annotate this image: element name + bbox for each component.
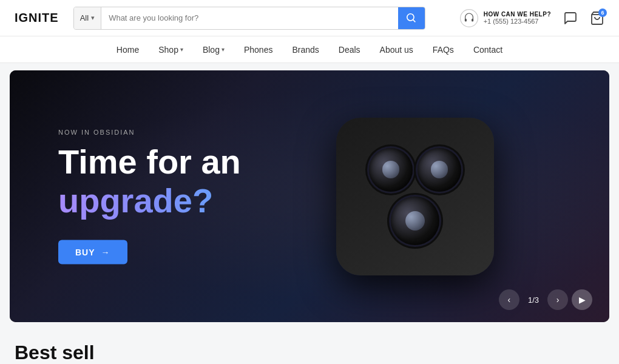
search-button[interactable]	[398, 7, 425, 29]
logo[interactable]: IGNITE	[15, 11, 59, 25]
nav-label-faqs: FAQs	[433, 45, 454, 55]
cart-badge: 6	[598, 8, 607, 17]
lens-top-row	[369, 148, 461, 192]
nav-label-brands: Brands	[292, 45, 319, 55]
headset-icon	[459, 8, 479, 28]
slider-next-button[interactable]: ›	[547, 289, 568, 310]
messages-button[interactable]	[563, 11, 578, 25]
nav-label-blog: Blog	[203, 45, 220, 55]
nav-item-brands[interactable]: Brands	[292, 45, 319, 55]
nav-item-home[interactable]: Home	[117, 45, 139, 55]
shop-chevron-icon: ▾	[180, 46, 183, 53]
camera-body	[336, 118, 494, 275]
slider-prev-button[interactable]: ‹	[499, 289, 519, 310]
nav-item-contact[interactable]: Contact	[473, 45, 502, 55]
lens-group	[369, 148, 461, 245]
camera-visual	[318, 99, 512, 294]
support-phone: +1 (555) 123-4567	[484, 18, 551, 25]
support-text: HOW CAN WE HELP? +1 (555) 123-4567	[484, 11, 551, 25]
support-label: HOW CAN WE HELP?	[484, 11, 551, 18]
nav-label-shop: Shop	[158, 45, 178, 55]
below-hero-section: Best sell	[0, 329, 619, 364]
chevron-right-icon: ›	[556, 295, 560, 305]
hero-section: NOW IN OBSIDIAN Time for an upgrade? BUY…	[10, 70, 609, 322]
search-category-chevron: ▾	[91, 14, 95, 22]
cart-button[interactable]: 6	[590, 11, 604, 25]
nav-item-about[interactable]: About us	[380, 45, 413, 55]
lens-top-left	[369, 148, 413, 192]
chevron-left-icon: ‹	[508, 295, 511, 305]
slider-indicator: 1/3	[523, 295, 544, 305]
svg-point-0	[460, 9, 478, 27]
nav-item-deals[interactable]: Deals	[339, 45, 360, 55]
nav-label-about: About us	[380, 45, 413, 55]
nav-item-phones[interactable]: Phones	[244, 45, 272, 55]
slider-controls: ‹ 1/3 › ▶	[499, 289, 592, 310]
search-bar: All ▾	[73, 7, 425, 30]
search-icon	[407, 13, 416, 23]
lens-bottom-center	[391, 197, 439, 245]
header-right: HOW CAN WE HELP? +1 (555) 123-4567 6	[459, 8, 604, 28]
nav-item-blog[interactable]: Blog ▾	[203, 45, 225, 55]
svg-rect-1	[464, 18, 466, 21]
nav-item-shop[interactable]: Shop ▾	[158, 45, 183, 55]
messages-icon	[563, 11, 578, 25]
nav-label-contact: Contact	[473, 45, 502, 55]
hero-content: NOW IN OBSIDIAN Time for an upgrade? BUY…	[58, 128, 241, 265]
lens-top-right	[418, 148, 461, 192]
hero-title-line2: upgrade?	[58, 180, 241, 221]
header: IGNITE All ▾ HOW CAN WE HELP? +1 (555) 1…	[0, 0, 619, 36]
nav-item-faqs[interactable]: FAQs	[433, 45, 454, 55]
nav-label-phones: Phones	[244, 45, 272, 55]
main-nav: Home Shop ▾ Blog ▾ Phones Brands Deals A…	[0, 36, 619, 63]
svg-rect-2	[472, 18, 473, 21]
search-category-label: All	[80, 13, 89, 22]
nav-label-home: Home	[117, 45, 139, 55]
search-category-dropdown[interactable]: All ▾	[74, 7, 101, 29]
support-block: HOW CAN WE HELP? +1 (555) 123-4567	[459, 8, 551, 28]
hero-buy-arrow: →	[101, 248, 110, 257]
hero-title-line1: Time for an	[58, 143, 241, 180]
below-hero-title: Best sell	[15, 342, 604, 364]
blog-chevron-icon: ▾	[222, 46, 225, 53]
nav-label-deals: Deals	[339, 45, 360, 55]
play-icon: ▶	[579, 295, 586, 305]
hero-buy-label: BUY	[75, 248, 95, 257]
hero-buy-button[interactable]: BUY →	[58, 240, 127, 265]
slider-play-button[interactable]: ▶	[572, 289, 592, 310]
hero-eyebrow: NOW IN OBSIDIAN	[58, 128, 241, 135]
search-input[interactable]	[101, 7, 398, 29]
